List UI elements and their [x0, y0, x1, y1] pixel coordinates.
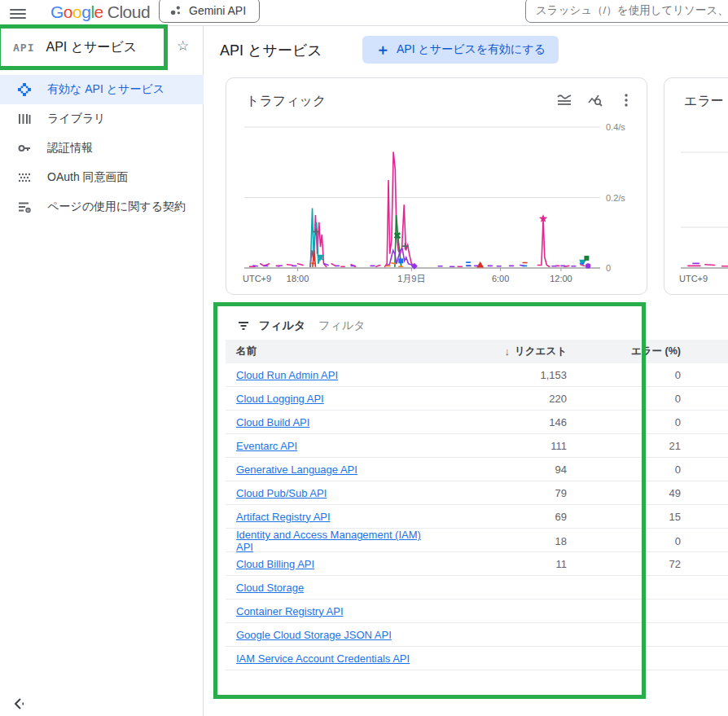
sidebar-item-label: ページの使用に関する契約	[47, 200, 186, 214]
sidebar-item-oauth-consent[interactable]: OAuth 同意画面	[0, 163, 204, 192]
requests-value: 146	[430, 411, 567, 433]
google-cloud-logo: GoogleCloud	[50, 2, 150, 22]
requests-value: 79	[430, 481, 567, 504]
traffic-card: トラフィック 0.4/s0.2/s018:001月9日6:0012:00UTC+…	[226, 77, 647, 295]
api-link[interactable]: Cloud Pub/Sub API	[236, 487, 327, 499]
requests-value	[430, 600, 567, 622]
table-row: Identity and Access Management (IAM) API…	[226, 529, 728, 552]
table-row: Cloud Logging API2200	[226, 387, 728, 411]
error-percent-value	[567, 600, 681, 622]
sidebar: API API とサービス ☆ 有効な API とサービス	[0, 26, 204, 716]
table-row: Cloud Pub/Sub API7949	[226, 481, 728, 505]
requests-value	[430, 576, 567, 599]
sidebar-item-library[interactable]: ライブラリ	[0, 104, 204, 134]
sidebar-item-label: OAuth 同意画面	[47, 170, 129, 185]
enable-apis-button-label: API とサービスを有効にする	[397, 42, 546, 57]
table-header: 名前 ↓ リクエスト エラー (%)	[226, 340, 728, 363]
explore-data-icon[interactable]	[586, 91, 604, 109]
svg-text:18:00: 18:00	[287, 274, 309, 283]
error-percent-value: 0	[567, 387, 681, 410]
requests-value: 1,153	[430, 363, 567, 386]
table-row: Cloud Run Admin API1,1530	[226, 363, 728, 387]
library-icon	[16, 111, 33, 127]
api-link[interactable]: Cloud Build API	[236, 416, 309, 428]
agreements-gear-icon	[16, 199, 33, 215]
filter-icon	[236, 318, 251, 333]
table-row: IAM Service Account Credentials API	[226, 647, 728, 670]
kebab-menu-icon[interactable]	[617, 91, 635, 109]
project-icon	[169, 4, 182, 17]
filter-label: フィルタ	[259, 318, 305, 333]
api-link[interactable]: Generative Language API	[236, 463, 357, 476]
oauth-consent-icon	[16, 169, 33, 186]
error-percent-value: 15	[567, 505, 681, 528]
error-percent-value: 21	[567, 434, 681, 457]
table-row: Artifact Registry API6915	[226, 505, 728, 529]
table-row: Google Cloud Storage JSON API	[226, 623, 728, 647]
api-link[interactable]: Cloud Logging API	[236, 393, 324, 405]
error-percent-value: 49	[567, 481, 681, 504]
smoothing-toggle-icon[interactable]	[555, 91, 573, 109]
error-card: エラー UTC+9	[664, 77, 728, 295]
api-link[interactable]: Cloud Storage	[236, 582, 304, 594]
table-row: Container Registry API	[226, 600, 728, 623]
requests-value: 94	[430, 458, 567, 481]
search-input[interactable]	[526, 0, 728, 22]
requests-value	[430, 623, 567, 646]
sidebar-item-label: 有効な API とサービス	[47, 82, 164, 97]
sidebar-item-enabled-apis[interactable]: 有効な API とサービス	[0, 75, 204, 104]
svg-text:UTC+9: UTC+9	[679, 274, 708, 283]
error-chart: UTC+9	[676, 116, 728, 288]
requests-value: 69	[430, 505, 567, 528]
column-header-requests[interactable]: ↓ リクエスト	[430, 340, 567, 363]
api-link[interactable]: Artifact Registry API	[236, 511, 331, 523]
api-link[interactable]: Cloud Run Admin API	[236, 369, 338, 381]
api-link[interactable]: Cloud Billing API	[236, 558, 314, 570]
cloud-logo-text: Cloud	[107, 2, 150, 21]
api-link[interactable]: Container Registry API	[236, 605, 344, 617]
page-title: API とサービス	[220, 41, 322, 60]
api-link[interactable]: Google Cloud Storage JSON API	[236, 629, 392, 641]
sidebar-nav: 有効な API とサービス ライブラリ 認証情	[0, 75, 204, 222]
api-link[interactable]: IAM Service Account Credentials API	[236, 652, 410, 665]
error-percent-value: 0	[567, 529, 681, 553]
column-header-name[interactable]: 名前	[226, 340, 430, 363]
sidebar-item-label: ライブラリ	[47, 112, 106, 126]
favorite-star-icon[interactable]: ☆	[177, 37, 189, 55]
project-name: Gemini API	[189, 4, 246, 17]
sidebar-item-credentials[interactable]: 認証情報	[0, 134, 204, 163]
requests-value: 18	[430, 529, 567, 553]
table-row: Generative Language API940	[226, 458, 728, 481]
sidebar-header: API API とサービス ☆	[0, 26, 204, 69]
error-percent-value	[567, 623, 681, 646]
top-bar: GoogleCloud Gemini API	[0, 0, 728, 26]
collapse-sidebar-icon[interactable]	[11, 696, 26, 711]
menu-hamburger-icon[interactable]	[10, 7, 26, 20]
api-link[interactable]: Identity and Access Management (IAM) API	[236, 529, 430, 553]
column-header-error-percent[interactable]: エラー (%)	[567, 340, 681, 363]
filter-input[interactable]: フィルタ	[318, 318, 365, 333]
error-percent-value	[567, 576, 681, 599]
api-link[interactable]: Eventarc API	[236, 440, 297, 452]
requests-value	[430, 647, 567, 670]
table-row: Cloud Build API1460	[226, 411, 728, 434]
plus-icon: ＋	[375, 42, 390, 57]
enable-apis-button[interactable]: ＋ API とサービスを有効にする	[362, 36, 559, 64]
sidebar-item-page-usage-agreements[interactable]: ページの使用に関する契約	[0, 192, 204, 222]
error-percent-value	[567, 647, 681, 670]
table-row: Eventarc API11121	[226, 434, 728, 458]
filter-row: フィルタ フィルタ	[226, 312, 728, 340]
svg-text:0: 0	[606, 263, 611, 273]
table-row: Cloud Billing API1172	[226, 552, 728, 576]
error-percent-value: 0	[567, 458, 681, 481]
error-percent-value: 0	[567, 363, 681, 386]
enabled-apis-icon	[16, 81, 33, 98]
google-logo-letters: Google	[50, 2, 103, 21]
api-product-icon: API	[13, 42, 34, 54]
sidebar-title: API とサービス	[46, 39, 137, 56]
svg-text:12:00: 12:00	[550, 274, 572, 283]
table-row: Cloud Storage	[226, 576, 728, 600]
requests-value: 220	[430, 387, 567, 410]
project-selector-button[interactable]: Gemini API	[159, 0, 260, 23]
svg-text:0.4/s: 0.4/s	[606, 122, 625, 132]
